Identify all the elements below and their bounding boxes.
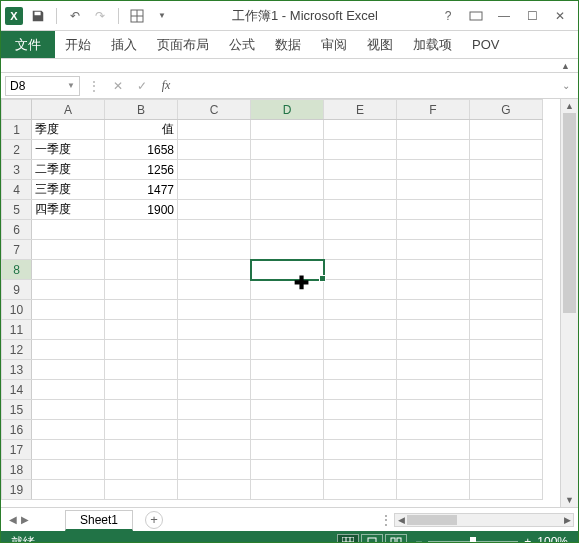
tab-file[interactable]: 文件 — [1, 31, 55, 58]
row-header-18[interactable]: 18 — [2, 460, 32, 480]
zoom-knob[interactable] — [470, 537, 476, 544]
scroll-down-icon[interactable]: ▼ — [565, 493, 574, 507]
cell-C8[interactable] — [178, 260, 251, 280]
col-header-F[interactable]: F — [397, 100, 470, 120]
cell-C2[interactable] — [178, 140, 251, 160]
cell-G15[interactable] — [470, 400, 543, 420]
cell-B11[interactable] — [105, 320, 178, 340]
cell-F2[interactable] — [397, 140, 470, 160]
qat-grid-icon[interactable] — [127, 6, 147, 26]
cell-B10[interactable] — [105, 300, 178, 320]
cell-A4[interactable]: 三季度 — [32, 180, 105, 200]
cell-D2[interactable] — [251, 140, 324, 160]
scroll-thumb[interactable] — [563, 113, 576, 313]
cell-E10[interactable] — [324, 300, 397, 320]
cell-B9[interactable] — [105, 280, 178, 300]
horizontal-scrollbar[interactable]: ◀ ▶ — [394, 513, 574, 527]
cell-G13[interactable] — [470, 360, 543, 380]
cell-E1[interactable] — [324, 120, 397, 140]
cell-A1[interactable]: 季度 — [32, 120, 105, 140]
row-header-15[interactable]: 15 — [2, 400, 32, 420]
fx-icon[interactable]: fx — [156, 76, 176, 96]
view-page-break-icon[interactable] — [385, 534, 407, 543]
cell-A3[interactable]: 二季度 — [32, 160, 105, 180]
cell-B4[interactable]: 1477 — [105, 180, 178, 200]
tab-公式[interactable]: 公式 — [219, 31, 265, 58]
cell-C5[interactable] — [178, 200, 251, 220]
expand-formula-icon[interactable]: ⌄ — [558, 80, 574, 91]
row-header-11[interactable]: 11 — [2, 320, 32, 340]
cell-E16[interactable] — [324, 420, 397, 440]
cell-G9[interactable] — [470, 280, 543, 300]
tab-数据[interactable]: 数据 — [265, 31, 311, 58]
cell-F18[interactable] — [397, 460, 470, 480]
cell-B7[interactable] — [105, 240, 178, 260]
close-icon[interactable]: ✕ — [550, 6, 570, 26]
cell-F13[interactable] — [397, 360, 470, 380]
row-header-1[interactable]: 1 — [2, 120, 32, 140]
sheet-nav-next-icon[interactable]: ▶ — [21, 514, 29, 525]
row-header-8[interactable]: 8 — [2, 260, 32, 280]
cell-D9[interactable] — [251, 280, 324, 300]
cell-E14[interactable] — [324, 380, 397, 400]
zoom-out-button[interactable]: − — [415, 535, 422, 543]
cell-B2[interactable]: 1658 — [105, 140, 178, 160]
split-handle-icon[interactable]: ⋮ — [380, 513, 392, 527]
cell-D17[interactable] — [251, 440, 324, 460]
cell-E13[interactable] — [324, 360, 397, 380]
cell-A17[interactable] — [32, 440, 105, 460]
qat-dropdown-icon[interactable]: ▼ — [152, 6, 172, 26]
tab-POV[interactable]: POV — [462, 31, 509, 58]
cell-G11[interactable] — [470, 320, 543, 340]
cell-G7[interactable] — [470, 240, 543, 260]
col-header-G[interactable]: G — [470, 100, 543, 120]
cell-C18[interactable] — [178, 460, 251, 480]
sheet-tab[interactable]: Sheet1 — [65, 510, 133, 531]
cancel-icon[interactable]: ✕ — [108, 76, 128, 96]
row-header-5[interactable]: 5 — [2, 200, 32, 220]
cell-D3[interactable] — [251, 160, 324, 180]
cell-G6[interactable] — [470, 220, 543, 240]
row-header-14[interactable]: 14 — [2, 380, 32, 400]
cell-B18[interactable] — [105, 460, 178, 480]
cell-G3[interactable] — [470, 160, 543, 180]
row-header-6[interactable]: 6 — [2, 220, 32, 240]
cell-E15[interactable] — [324, 400, 397, 420]
cell-C3[interactable] — [178, 160, 251, 180]
tab-页面布局[interactable]: 页面布局 — [147, 31, 219, 58]
cell-G17[interactable] — [470, 440, 543, 460]
cell-E7[interactable] — [324, 240, 397, 260]
sheet-nav-prev-icon[interactable]: ◀ — [9, 514, 17, 525]
cell-C12[interactable] — [178, 340, 251, 360]
cell-C13[interactable] — [178, 360, 251, 380]
cell-A5[interactable]: 四季度 — [32, 200, 105, 220]
cell-F1[interactable] — [397, 120, 470, 140]
cell-C17[interactable] — [178, 440, 251, 460]
row-header-17[interactable]: 17 — [2, 440, 32, 460]
worksheet[interactable]: ABCDEFG1季度值2一季度16583二季度12564三季度14775四季度1… — [1, 99, 560, 507]
maximize-icon[interactable]: ☐ — [522, 6, 542, 26]
tab-审阅[interactable]: 审阅 — [311, 31, 357, 58]
cell-A14[interactable] — [32, 380, 105, 400]
cell-C10[interactable] — [178, 300, 251, 320]
cell-D16[interactable] — [251, 420, 324, 440]
view-page-layout-icon[interactable] — [361, 534, 383, 543]
cell-D19[interactable] — [251, 480, 324, 500]
cell-A16[interactable] — [32, 420, 105, 440]
row-header-4[interactable]: 4 — [2, 180, 32, 200]
enter-icon[interactable]: ✓ — [132, 76, 152, 96]
cell-C14[interactable] — [178, 380, 251, 400]
col-header-D[interactable]: D — [251, 100, 324, 120]
ribbon-collapse-icon[interactable]: ▲ — [561, 61, 570, 71]
name-box[interactable]: D8 ▼ — [5, 76, 80, 96]
cell-F14[interactable] — [397, 380, 470, 400]
cell-F5[interactable] — [397, 200, 470, 220]
cell-F9[interactable] — [397, 280, 470, 300]
cell-E19[interactable] — [324, 480, 397, 500]
cell-B1[interactable]: 值 — [105, 120, 178, 140]
cell-D12[interactable] — [251, 340, 324, 360]
cell-E4[interactable] — [324, 180, 397, 200]
cell-D10[interactable] — [251, 300, 324, 320]
add-sheet-button[interactable]: + — [145, 511, 163, 529]
cell-A13[interactable] — [32, 360, 105, 380]
